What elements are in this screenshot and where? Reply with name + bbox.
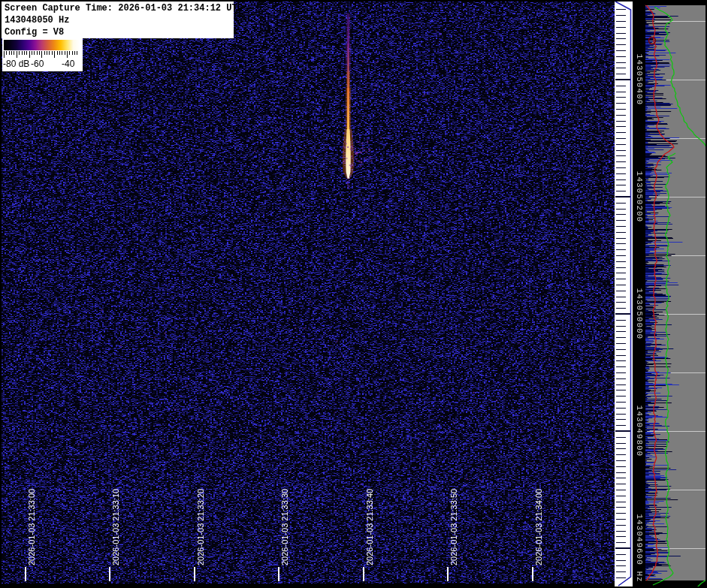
time-axis-label: 2026-01-03 21:33:20 [196,489,206,565]
time-axis-label: 2026-01-03 21:33:00 [27,489,37,565]
frequency-axis-label: 143050200 [634,171,645,222]
amplitude-colorbar: -80 dB -60 -40 [2,38,83,71]
spectrogram-waterfall-canvas [0,0,707,588]
center-frequency-text: 143048050 Hz [5,14,234,26]
colorbar-label-40: -40 [62,59,74,69]
frequency-axis-label: 143049800 [634,406,645,457]
time-axis-label: 2026-01-03 21:33:40 [365,489,375,565]
spectrum-capture-window: Screen Capture Time: 2026-01-03 21:34:12… [0,0,707,588]
capture-time-text: Screen Capture Time: 2026-01-03 21:34:12… [5,2,234,14]
config-text: Config = V8 [5,26,234,38]
time-axis-label: 2026-01-03 21:34:00 [534,489,544,565]
frequency-axis-label: 143050000 [634,288,645,339]
colorbar-tick-marks [4,51,80,58]
capture-info-box: Screen Capture Time: 2026-01-03 21:34:12… [2,2,234,38]
frequency-axis-label: 143049600 Hz [634,514,645,582]
time-axis-label: 2026-01-03 21:33:10 [111,489,121,565]
time-axis-label: 2026-01-03 21:33:50 [449,489,459,565]
time-axis-label: 2026-01-03 21:33:30 [280,489,290,565]
colorbar-label-60: -60 [31,59,44,69]
colorbar-label-80db: -80 dB [3,59,29,69]
colorbar-gradient [4,40,80,50]
frequency-axis-label: 143050400 [634,54,645,105]
